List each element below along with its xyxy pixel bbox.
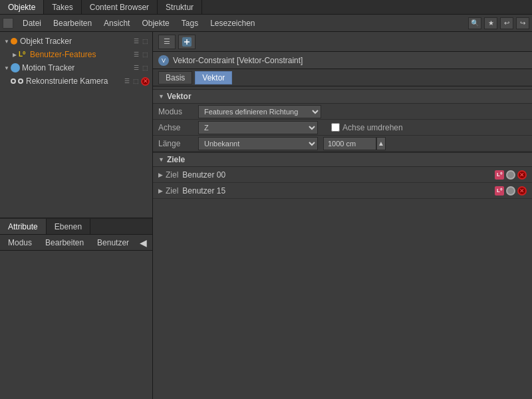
label-laenge: Länge bbox=[158, 139, 198, 148]
ziel-arrow-0[interactable]: ▶ bbox=[158, 172, 163, 178]
ziel-forbidden-icon-1[interactable]: ✕ bbox=[517, 186, 527, 196]
ziel-icons-0: L⁰ ✕ bbox=[495, 170, 527, 180]
select-modus[interactable]: Features definieren Richtung bbox=[198, 105, 321, 118]
star-icon[interactable]: ★ bbox=[484, 17, 497, 29]
ziel-forbidden-icon-0[interactable]: ✕ bbox=[517, 170, 527, 180]
menu-objekte[interactable]: Objekte bbox=[136, 17, 174, 29]
ri-1: ☰ bbox=[132, 37, 140, 46]
icon-btn-left[interactable]: ☰ bbox=[158, 35, 176, 49]
menu-ansicht[interactable]: Ansicht bbox=[98, 17, 135, 29]
right-panel-top: ☰ bbox=[153, 32, 532, 52]
ziel-row-1: ▶ Ziel Benutzer 15 L⁰ ✕ bbox=[153, 183, 532, 199]
attr-menu-modus[interactable]: Modus bbox=[3, 238, 37, 247]
tree-item-kamera[interactable]: Rekonstruierte Kamera ☰ ⬚ ✕ bbox=[0, 74, 152, 88]
value-modus: Features definieren Richtung bbox=[198, 105, 321, 118]
tab-struktur[interactable]: Struktur bbox=[158, 0, 202, 14]
top-icons-row: ☰ bbox=[158, 35, 196, 49]
ziele-section: ▼ Ziele ▶ Ziel Benutzer 00 L⁰ ✕ ▶ bbox=[153, 152, 532, 199]
ri-2: ⬚ bbox=[141, 37, 150, 46]
ri-m1: ☰ bbox=[132, 64, 140, 72]
l-icon-benutzer: L⁰ bbox=[19, 51, 28, 59]
section-vektor-arrow: ▼ bbox=[158, 93, 164, 100]
section-ziele-label: Ziele bbox=[167, 155, 185, 164]
back-icon[interactable]: ↩ bbox=[500, 17, 513, 29]
ziel-arrow-1[interactable]: ▶ bbox=[158, 188, 163, 194]
label-motion-tracker: Motion Tracker bbox=[22, 63, 74, 72]
row-icons-motion: ☰ ⬚ bbox=[132, 64, 152, 72]
row-icons-kamera: ☰ ⬚ ✕ bbox=[122, 77, 152, 86]
tree-item-objekt-tracker[interactable]: ▼ Objekt Tracker ☰ ⬚ bbox=[0, 35, 152, 48]
vektor-icon: V bbox=[158, 55, 169, 66]
ziel-label-1: Ziel bbox=[166, 186, 178, 196]
ziel-circle-icon-0[interactable] bbox=[506, 170, 515, 180]
tree-item-benutzer-features[interactable]: ▶ L⁰ Benutzer-Features ☰ ⬚ bbox=[0, 48, 152, 61]
attribute-panel: Attribute Ebenen Modus Bearbeiten Benutz… bbox=[0, 217, 152, 399]
forbidden-icon-kamera: ✕ bbox=[141, 77, 150, 86]
row-icons-benutzer: ☰ ⬚ bbox=[132, 51, 152, 59]
ziel-circle-icon-1[interactable] bbox=[506, 186, 515, 196]
ri-k2: ⬚ bbox=[132, 77, 140, 86]
value-laenge: Unbekannt bbox=[198, 137, 318, 150]
ziel-icons-1: L⁰ ✕ bbox=[495, 186, 527, 196]
prop-tab-basis[interactable]: Basis bbox=[158, 71, 192, 84]
menu-lesezeichen[interactable]: Lesezeichen bbox=[205, 17, 260, 29]
prop-tab-vektor[interactable]: Vektor bbox=[195, 71, 232, 84]
attr-left-icon[interactable]: ◀ bbox=[137, 237, 149, 249]
attr-tab-attribute[interactable]: Attribute bbox=[0, 219, 47, 234]
ri-m2: ⬚ bbox=[141, 64, 150, 72]
checkbox-achse-umdrehen[interactable] bbox=[331, 123, 340, 132]
forward-icon[interactable]: ↪ bbox=[516, 17, 529, 29]
menu-tags[interactable]: Tags bbox=[176, 17, 203, 29]
ri-k1: ☰ bbox=[122, 77, 131, 86]
main-toolbar: Datei Bearbeiten Ansicht Objekte Tags Le… bbox=[0, 15, 532, 32]
tree-item-motion-tracker[interactable]: ▼ Motion Tracker ☰ ⬚ bbox=[0, 61, 152, 74]
motion-icon bbox=[11, 63, 20, 72]
tree-arrow-benutzer[interactable]: ▶ bbox=[11, 51, 19, 59]
search-icon[interactable]: 🔍 bbox=[468, 17, 481, 29]
label-kamera: Rekonstruierte Kamera bbox=[26, 76, 108, 86]
select-achse[interactable]: Z X Y bbox=[198, 121, 318, 134]
tree-area: ▼ Objekt Tracker ☰ ⬚ ▶ L⁰ Benutzer-Featu… bbox=[0, 32, 152, 217]
attr-menu-benutzer[interactable]: Benutzer bbox=[92, 238, 134, 247]
ri-b1: ☰ bbox=[132, 51, 140, 59]
stepper-laenge: 1000 cm ▲ bbox=[323, 137, 386, 150]
properties-panel: ☰ V Vektor-Constraint [Vektor-Constraint… bbox=[153, 32, 532, 399]
label-modus: Modus bbox=[158, 107, 198, 116]
ziel-pink-icon-1[interactable]: L⁰ bbox=[495, 186, 504, 196]
attr-tab-ebenen[interactable]: Ebenen bbox=[47, 219, 90, 234]
constraint-title-bar: V Vektor-Constraint [Vektor-Constraint] bbox=[153, 52, 532, 69]
kamera-icon bbox=[11, 78, 16, 84]
ziel-value-0: Benutzer 00 bbox=[182, 170, 495, 180]
label-benutzer-features: Benutzer-Features bbox=[30, 50, 96, 59]
menu-bearbeiten[interactable]: Bearbeiten bbox=[48, 17, 97, 29]
icon-btn-right[interactable] bbox=[178, 35, 196, 49]
attr-toolbar: Modus Bearbeiten Benutzer ◀ ▲ 🔍 🔒 ⚙ ⊞ bbox=[0, 235, 152, 251]
tab-content-browser[interactable]: Content Browser bbox=[82, 0, 158, 14]
tree-arrow-objekt-tracker[interactable]: ▼ bbox=[3, 37, 11, 45]
menu-datei[interactable]: Datei bbox=[17, 17, 47, 29]
toolbar-right-icons: 🔍 ★ ↩ ↪ bbox=[468, 17, 529, 29]
select-laenge[interactable]: Unbekannt bbox=[198, 137, 318, 150]
label-achse: Achse bbox=[158, 123, 198, 132]
object-tree-panel: ▼ Objekt Tracker ☰ ⬚ ▶ L⁰ Benutzer-Featu… bbox=[0, 32, 153, 399]
section-ziele-arrow: ▼ bbox=[158, 156, 164, 163]
label-objekt-tracker: Objekt Tracker bbox=[20, 37, 72, 46]
ziel-pink-icon-0[interactable]: L⁰ bbox=[495, 170, 504, 180]
top-tab-bar: Objekte Takes Content Browser Struktur bbox=[0, 0, 532, 15]
row-icons-objekt-tracker: ☰ ⬚ bbox=[132, 37, 152, 46]
menu-icon[interactable] bbox=[3, 18, 13, 29]
ziel-value-1: Benutzer 15 bbox=[182, 186, 495, 196]
attr-menu-bearbeiten[interactable]: Bearbeiten bbox=[40, 238, 89, 247]
section-vektor-label: Vektor bbox=[167, 92, 192, 101]
tree-arrow-motion[interactable]: ▼ bbox=[3, 64, 11, 72]
stepper-up[interactable]: ▲ bbox=[376, 137, 386, 150]
section-ziele-header[interactable]: ▼ Ziele bbox=[153, 152, 532, 167]
value-achse: Z X Y bbox=[198, 121, 318, 134]
tab-objekte[interactable]: Objekte bbox=[0, 0, 44, 14]
section-vektor-header[interactable]: ▼ Vektor bbox=[153, 89, 532, 104]
tab-takes[interactable]: Takes bbox=[44, 0, 81, 14]
motion-icon-svg bbox=[182, 37, 192, 47]
prop-content: ▼ Vektor Modus Features definieren Richt… bbox=[153, 86, 532, 399]
prop-row-achse: Achse Z X Y Achse umdrehen bbox=[153, 120, 532, 136]
ziel-label-0: Ziel bbox=[166, 170, 178, 180]
